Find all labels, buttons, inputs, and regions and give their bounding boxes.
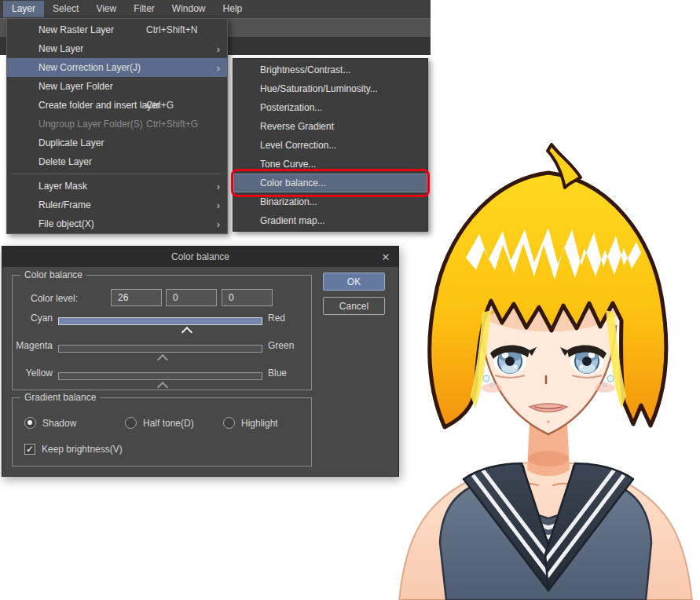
menu-item-label: New Layer Folder <box>38 81 113 92</box>
close-icon[interactable]: ✕ <box>379 250 393 264</box>
menu-item-label: Layer Mask <box>38 181 87 192</box>
group-label: Color balance <box>20 269 86 280</box>
color-level-input-3[interactable] <box>222 289 273 306</box>
menu-item-label: New Correction Layer(J) <box>38 62 141 73</box>
radio-label: Highlight <box>241 418 278 429</box>
menu-item-new-layer-folder[interactable]: New Layer Folder <box>7 77 227 96</box>
submenu-item-label: Gradient map... <box>260 215 325 226</box>
magenta-green-slider[interactable] <box>58 345 262 353</box>
menu-item-shortcut: Ctrl+G <box>146 100 174 111</box>
menu-item-new-layer[interactable]: New Layer › <box>7 39 227 58</box>
menu-item-label: Delete Layer <box>38 156 92 167</box>
submenu-item-label: Color balance... <box>260 177 326 188</box>
submenu-item-label: Hue/Saturation/Luminosity... <box>260 83 378 94</box>
submenu-item-label: Posterization... <box>260 102 322 113</box>
menubar-item-filter[interactable]: Filter <box>125 1 163 17</box>
submenu-item-gradient-map[interactable]: Gradient map... <box>233 211 427 230</box>
color-level-label: Color level: <box>31 293 78 304</box>
menu-item-label: New Layer <box>38 43 83 54</box>
menu-item-label: Duplicate Layer <box>38 137 104 148</box>
menu-item-duplicate-layer[interactable]: Duplicate Layer <box>7 134 227 152</box>
color-level-input-1[interactable] <box>111 289 162 306</box>
submenu-item-label: Tone Curve... <box>260 159 316 170</box>
menu-item-shortcut: Ctrl+Shift+N <box>146 24 197 35</box>
submenu-item-reverse-gradient[interactable]: Reverse Gradient <box>233 117 427 136</box>
menu-item-ruler-frame[interactable]: Ruler/Frame › <box>7 196 227 214</box>
submenu-item-posterization[interactable]: Posterization... <box>233 98 427 117</box>
dialog-title: Color balance <box>171 251 229 262</box>
radio-highlight[interactable]: Highlight <box>223 417 278 429</box>
menu-item-new-raster-layer[interactable]: New Raster Layer Ctrl+Shift+N <box>7 20 227 39</box>
correction-layer-submenu: Brightness/Contrast... Hue/Saturation/Lu… <box>233 58 428 232</box>
submenu-item-color-balance[interactable]: Color balance... <box>233 174 427 192</box>
yellow-blue-slider[interactable] <box>58 372 262 380</box>
slider-label-magenta: Magenta <box>2 340 53 351</box>
menu-item-create-folder-insert-layer[interactable]: Create folder and insert layer Ctrl+G <box>7 96 227 115</box>
menu-item-label: File object(X) <box>38 218 94 229</box>
keep-brightness-checkbox[interactable]: ✓ Keep brightness(V) <box>24 444 123 455</box>
menubar-item-help[interactable]: Help <box>214 1 251 17</box>
radio-circle <box>223 417 235 429</box>
color-level-input-2[interactable] <box>166 289 217 306</box>
group-label: Gradient balance <box>20 392 100 403</box>
color-balance-dialog: Color balance ✕ Color balance Color leve… <box>2 246 399 477</box>
menubar-item-window[interactable]: Window <box>163 1 214 17</box>
checkbox-box: ✓ <box>24 444 35 455</box>
submenu-item-hue-saturation-luminosity[interactable]: Hue/Saturation/Luminosity... <box>233 79 427 98</box>
menubar-item-select[interactable]: Select <box>44 1 87 17</box>
submenu-item-label: Binarization... <box>260 196 317 207</box>
menu-item-label: Ruler/Frame <box>38 199 91 210</box>
radio-circle <box>125 417 137 429</box>
submenu-arrow-icon: › <box>217 218 220 230</box>
radio-shadow[interactable]: Shadow <box>24 417 76 429</box>
submenu-item-label: Brightness/Contrast... <box>260 64 350 75</box>
menu-item-label: New Raster Layer <box>38 24 114 35</box>
submenu-item-tone-curve[interactable]: Tone Curve... <box>233 155 427 174</box>
radio-circle <box>24 417 36 429</box>
menu-item-label: Create folder and insert layer <box>38 100 160 111</box>
menu-item-label: Ungroup Layer Folder(S) <box>38 119 143 130</box>
radio-half-tone[interactable]: Half tone(D) <box>125 417 194 429</box>
submenu-item-label: Reverse Gradient <box>260 121 334 132</box>
submenu-arrow-icon: › <box>217 199 220 211</box>
slider-label-cyan: Cyan <box>2 313 53 324</box>
checkbox-label: Keep brightness(V) <box>42 444 123 455</box>
menubar-item-layer[interactable]: Layer <box>3 1 44 17</box>
menu-bar: Layer Select View Filter Window Help <box>0 0 431 18</box>
menu-item-shortcut: Ctrl+Shift+G <box>146 119 198 130</box>
menubar-item-view[interactable]: View <box>87 1 125 17</box>
radio-label: Half tone(D) <box>143 418 194 429</box>
gradient-balance-group: Gradient balance <box>12 397 312 466</box>
submenu-arrow-icon: › <box>217 43 220 55</box>
slider-label-yellow: Yellow <box>2 368 53 379</box>
anime-character-illustration <box>391 115 700 600</box>
submenu-item-level-correction[interactable]: Level Correction... <box>233 136 427 155</box>
menu-item-ungroup-layer-folder[interactable]: Ungroup Layer Folder(S) Ctrl+Shift+G <box>7 115 227 134</box>
menu-item-file-object[interactable]: File object(X) › <box>7 214 227 233</box>
submenu-item-brightness-contrast[interactable]: Brightness/Contrast... <box>233 60 427 79</box>
submenu-item-label: Level Correction... <box>260 140 336 151</box>
submenu-arrow-icon: › <box>217 181 220 192</box>
screenshot-canvas: { "icons": { "submenu_arrow": "›", "clos… <box>0 0 700 600</box>
layer-menu: New Raster Layer Ctrl+Shift+N New Layer … <box>6 18 228 234</box>
cyan-red-slider[interactable] <box>58 317 262 325</box>
dialog-title-bar: Color balance <box>2 247 398 267</box>
menu-separator <box>12 174 222 174</box>
slider-label-blue: Blue <box>268 368 287 379</box>
ok-button[interactable]: OK <box>323 273 385 291</box>
submenu-arrow-icon: › <box>217 62 220 74</box>
submenu-item-binarization[interactable]: Binarization... <box>233 192 427 211</box>
menu-item-new-correction-layer[interactable]: New Correction Layer(J) › <box>7 58 227 77</box>
menu-item-layer-mask[interactable]: Layer Mask › <box>7 177 227 196</box>
radio-label: Shadow <box>42 418 76 429</box>
check-icon: ✓ <box>26 445 34 454</box>
cancel-button[interactable]: Cancel <box>323 297 385 315</box>
slider-label-red: Red <box>268 313 285 324</box>
slider-label-green: Green <box>268 340 294 351</box>
menu-item-delete-layer[interactable]: Delete Layer <box>7 152 227 171</box>
